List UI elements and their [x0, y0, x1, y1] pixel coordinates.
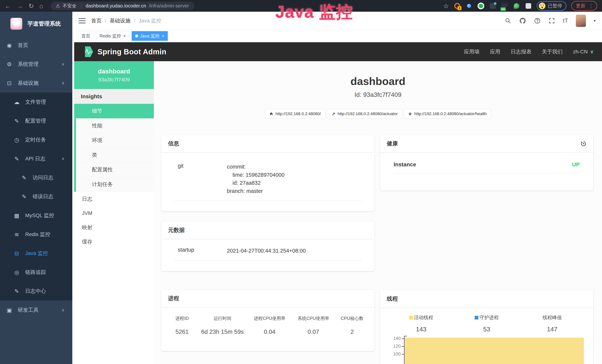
process-col-pid: 进程ID5261	[167, 315, 197, 335]
emoji-face-icon	[539, 3, 546, 9]
sidebar-item-file[interactable]: ☁文件管理	[0, 93, 72, 111]
heartbeat-icon	[408, 112, 412, 116]
sidebar-item-log-center[interactable]: ✎日志中心	[0, 282, 72, 300]
sba-sidebar: dashboard 93a3fc7f7409 Insights 细节 性能 环境…	[74, 61, 154, 364]
yellow-swatch-icon	[409, 316, 413, 320]
extension-puzzle-icon[interactable]	[525, 2, 532, 10]
live-threads-area-series	[405, 338, 584, 364]
threads-card-title: 线程	[380, 290, 593, 308]
paused-indicator[interactable]: 已暂停	[537, 1, 566, 11]
sba-menu-metrics[interactable]: 性能	[76, 118, 154, 133]
sba-locale-select[interactable]: zh-CN∨	[573, 49, 594, 55]
sidebar-item-system[interactable]: ⚙系统管理∨	[0, 55, 72, 74]
eye-icon: ◎	[13, 269, 20, 276]
hamburger-icon[interactable]	[79, 18, 86, 23]
legend-peak-threads: 线程峰值	[519, 314, 585, 321]
extension-on-badge: on	[500, 7, 506, 11]
sba-menu-config-props[interactable]: 配置属性	[76, 162, 154, 177]
service-url-link[interactable]: http://192.168.0.2:48080/	[265, 109, 325, 119]
sba-nav-wall[interactable]: 应用墙	[464, 48, 480, 55]
sba-menu-jvm[interactable]: JVM	[74, 206, 154, 220]
insights-submenu: 细节 性能 环境 类 配置属性 计划任务	[74, 104, 154, 192]
sba-header: Spring Boot Admin 应用墙 应用 日志报表 关于我们 zh-CN…	[74, 42, 602, 61]
close-icon[interactable]: ×	[162, 33, 164, 39]
caret-down-icon[interactable]: ▾	[594, 18, 596, 23]
monitor-icon: ⊡	[6, 80, 13, 86]
sidebar-item-error-log[interactable]: ✎错误日志	[0, 187, 72, 206]
health-url-link[interactable]: http://192.168.0.2:48080/actuator/health	[404, 109, 491, 119]
edit-icon: ✎	[20, 193, 28, 200]
extension-y-icon[interactable]	[477, 2, 484, 10]
tab-home[interactable]: 首页	[78, 31, 94, 41]
daemon-threads-value: 53	[454, 326, 519, 333]
search-icon[interactable]	[505, 17, 511, 24]
extension-grid-icon[interactable]	[489, 2, 496, 10]
sidebar-item-config[interactable]: ✎配置管理	[0, 111, 72, 130]
bookmark-star-icon[interactable]: ☆	[443, 2, 449, 10]
sidebar-item-infra[interactable]: ⊡基础设施∧	[0, 74, 72, 93]
tab-java-monitor[interactable]: Java 监控×	[132, 31, 168, 41]
gear-icon: ⚙	[6, 61, 13, 67]
browser-update-button[interactable]: 更新 ⋮	[571, 1, 597, 11]
github-icon[interactable]	[519, 17, 526, 24]
browser-actions: ☆ 1 on 已暂停 更新 ⋮	[443, 1, 597, 11]
instance-id: 93a3fc7f7409	[98, 77, 130, 83]
sba-nav-journal[interactable]: 日志报表	[511, 48, 532, 55]
kebab-menu-icon[interactable]: ⋮	[589, 3, 594, 9]
breadcrumb-item[interactable]: 首页	[91, 17, 102, 24]
breadcrumb-item[interactable]: 基础设施	[110, 17, 130, 24]
health-card: 健康 Instance UP	[380, 135, 593, 191]
sba-nav-applications[interactable]: 应用	[490, 48, 500, 55]
sidebar-item-trace[interactable]: ◎链路追踪	[0, 263, 72, 282]
top-navbar: 首页 / 基础设施 / Java 监控 tT ▾	[72, 12, 602, 30]
sba-menu-scheduled-tasks[interactable]: 计划任务	[76, 177, 154, 192]
edit-icon: ✎	[13, 156, 20, 162]
reload-icon[interactable]: ↻	[29, 3, 34, 9]
history-icon[interactable]	[580, 140, 587, 147]
sba-menu-details[interactable]: 细节	[74, 104, 154, 118]
actuator-url-link[interactable]: http://192.168.0.2:48080/actuator	[327, 109, 402, 119]
back-icon[interactable]: ←	[5, 3, 11, 9]
status-badge: UP	[572, 161, 580, 168]
sba-menu-insights[interactable]: Insights	[74, 89, 154, 104]
extension-leaf-icon[interactable]	[513, 2, 520, 10]
sba-instance-header[interactable]: dashboard 93a3fc7f7409	[74, 61, 154, 89]
sba-menu-caches[interactable]: 缓存	[74, 235, 154, 249]
app-logo[interactable]: 芋道管理系统	[0, 12, 72, 36]
address-bar[interactable]: ⚠ 不安全 dashboard.yudao.iocoder.cn/infra/a…	[51, 2, 194, 10]
sba-menu-logs[interactable]: 日志	[74, 192, 154, 206]
home-icon[interactable]: ⌂	[40, 3, 43, 9]
help-icon[interactable]	[534, 17, 541, 24]
extension-on-icon[interactable]: on	[501, 2, 508, 10]
chevron-up-icon: ∧	[62, 156, 64, 161]
user-avatar[interactable]	[576, 15, 586, 27]
metadata-row: startup 2021-04-27T00:44:31.254+08:00	[174, 247, 362, 261]
process-card: 进程 进程ID5261 运行时间6d 23h 15m 59s 进程CPU使用率0…	[161, 290, 375, 351]
sidebar-item-mysql[interactable]: ▦MySQL 监控	[0, 206, 72, 225]
sba-nav-about[interactable]: 关于我们	[542, 48, 563, 55]
sidebar-item-java[interactable]: ⊟Java 监控	[0, 244, 72, 263]
sidebar-item-redis[interactable]: ≋Redis 监控	[0, 225, 72, 244]
text-size-icon[interactable]: tT	[563, 17, 568, 24]
extension-icon[interactable]: 1	[454, 2, 461, 10]
sidebar-item-home[interactable]: ◉首页	[0, 36, 72, 55]
sidebar-item-devtools[interactable]: ▣研发工具∨	[0, 300, 72, 320]
breadcrumb-separator: /	[134, 18, 135, 24]
security-label: 不安全	[63, 3, 76, 9]
threads-legend: 活动线程 守护进程 线程峰值	[388, 314, 585, 321]
extension-pin-icon[interactable]	[465, 2, 473, 10]
sba-menu-environment[interactable]: 环境	[76, 133, 154, 148]
sidebar-item-api-log[interactable]: ✎API 日志∧	[0, 149, 72, 168]
process-card-title: 进程	[161, 290, 375, 307]
forward-icon[interactable]: →	[17, 3, 23, 9]
tab-redis-monitor[interactable]: Redis 监控×	[96, 31, 129, 41]
sba-menu-classes[interactable]: 类	[76, 148, 154, 162]
blue-swatch-icon	[475, 316, 478, 320]
timer-icon: ◷	[13, 137, 20, 143]
sidebar-item-access-log[interactable]: ✎访问日志	[0, 168, 72, 187]
sba-content: dashboard Id: 93a3fc7f7409 http://192.16…	[154, 61, 602, 364]
fullscreen-icon[interactable]	[548, 17, 555, 24]
sba-menu-mappings[interactable]: 映射	[74, 220, 154, 235]
close-icon[interactable]: ×	[123, 33, 126, 39]
sidebar-item-job[interactable]: ◷定时任务	[0, 130, 72, 149]
